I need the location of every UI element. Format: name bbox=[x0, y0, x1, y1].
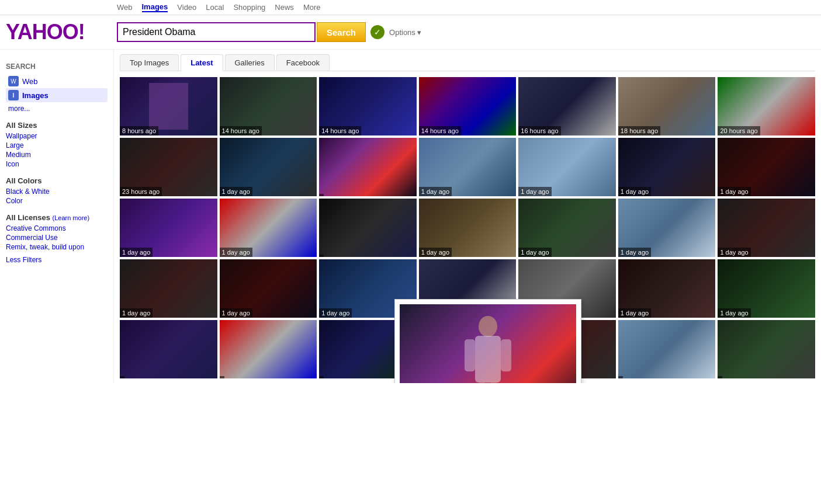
filter-wallpaper[interactable]: Wallpaper bbox=[6, 132, 108, 140]
content: SEARCH W Web I Images more... All Sizes … bbox=[0, 50, 821, 383]
sidebar: SEARCH W Web I Images more... All Sizes … bbox=[0, 50, 114, 383]
image-grid: 8 hours ago 14 hours ago 14 hours ago 14… bbox=[120, 77, 815, 378]
nav-images[interactable]: Images bbox=[142, 2, 168, 12]
sidebar-item-images[interactable]: I Images bbox=[6, 88, 108, 102]
image-item[interactable]: 1 day ago bbox=[518, 199, 616, 257]
image-timestamp: 1 day ago bbox=[419, 248, 452, 257]
image-timestamp: 1 day ago bbox=[618, 187, 651, 196]
image-item[interactable]: 1 day ago bbox=[618, 138, 716, 196]
sidebar-web-label: Web bbox=[22, 77, 38, 86]
image-item[interactable] bbox=[220, 320, 317, 378]
image-timestamp: 14 hours ago bbox=[220, 126, 262, 135]
filter-creative-commons[interactable]: Creative Commons bbox=[6, 224, 108, 232]
search-input[interactable] bbox=[117, 22, 316, 42]
image-item[interactable]: 20 hours ago bbox=[718, 77, 815, 135]
tab-latest[interactable]: Latest bbox=[181, 54, 223, 71]
image-item[interactable]: 1 day ago bbox=[618, 199, 716, 257]
image-item[interactable]: 23 hours ago bbox=[120, 138, 217, 196]
options-link[interactable]: Options ▾ bbox=[389, 28, 421, 37]
web-icon: W bbox=[8, 76, 19, 86]
image-item[interactable] bbox=[618, 320, 716, 378]
image-timestamp bbox=[618, 376, 623, 378]
filter-medium[interactable]: Medium bbox=[6, 151, 108, 159]
image-item[interactable]: 1 day ago bbox=[120, 199, 217, 257]
filter-icon[interactable]: Icon bbox=[6, 160, 108, 168]
image-timestamp bbox=[220, 376, 224, 378]
svg-rect-4 bbox=[477, 383, 487, 383]
search-button[interactable]: Search bbox=[317, 22, 366, 42]
main-content: Top Images Latest Galleries Facebook 8 h… bbox=[114, 50, 821, 383]
image-timestamp: 1 day ago bbox=[718, 187, 750, 196]
filter-remix[interactable]: Remix, tweak, build upon bbox=[6, 243, 108, 251]
image-timestamp: 1 day ago bbox=[718, 308, 750, 318]
color-filter-title: All Colors bbox=[6, 176, 108, 185]
image-timestamp: 23 hours ago bbox=[120, 187, 162, 196]
image-timestamp: 1 day ago bbox=[718, 248, 750, 257]
nav-video[interactable]: Video bbox=[177, 3, 196, 12]
nav-shopping[interactable]: Shopping bbox=[233, 3, 265, 12]
image-item[interactable]: 8 hours ago bbox=[120, 77, 217, 135]
image-item[interactable]: 1 day ago bbox=[618, 259, 716, 318]
filter-title: All Sizes bbox=[6, 121, 108, 130]
image-item[interactable]: 16 hours ago bbox=[518, 77, 616, 135]
image-item[interactable] bbox=[319, 199, 417, 257]
license-filter-title: All Licenses (Learn more) bbox=[6, 213, 108, 222]
image-timestamp: 1 day ago bbox=[319, 308, 352, 318]
image-item[interactable] bbox=[718, 320, 815, 378]
sidebar-item-web[interactable]: W Web bbox=[6, 74, 108, 88]
nav-more[interactable]: More bbox=[303, 3, 321, 12]
safe-search-icon[interactable]: ✓ bbox=[370, 25, 384, 39]
filter-color[interactable]: Color bbox=[6, 197, 108, 205]
filter-bw[interactable]: Black & White bbox=[6, 187, 108, 196]
image-timestamp: 1 day ago bbox=[518, 187, 551, 196]
image-item[interactable]: 14 hours ago bbox=[419, 77, 517, 135]
learn-more-link[interactable]: (Learn more) bbox=[53, 214, 90, 221]
svg-rect-3 bbox=[501, 339, 511, 371]
image-timestamp bbox=[718, 376, 722, 378]
image-timestamp: 1 day ago bbox=[419, 187, 452, 196]
tab-galleries[interactable]: Galleries bbox=[225, 54, 275, 71]
sidebar-more-link[interactable]: more... bbox=[8, 105, 108, 113]
image-item[interactable]: 18 hours ago bbox=[618, 77, 716, 135]
image-timestamp: 20 hours ago bbox=[718, 126, 760, 135]
image-timestamp: 1 day ago bbox=[120, 248, 153, 257]
tab-top-images[interactable]: Top Images bbox=[120, 54, 179, 71]
nav-web[interactable]: Web bbox=[117, 3, 133, 12]
header: YAHOO! Search ✓ Options ▾ bbox=[0, 15, 821, 50]
image-timestamp: 1 day ago bbox=[120, 308, 153, 318]
image-timestamp: 1 day ago bbox=[518, 248, 551, 257]
image-timestamp: 16 hours ago bbox=[518, 126, 560, 135]
image-item[interactable]: 14 hours ago bbox=[220, 77, 317, 135]
image-item[interactable]: 1 day ago bbox=[419, 138, 517, 196]
image-item[interactable] bbox=[120, 320, 217, 378]
less-filters-link[interactable]: Less Filters bbox=[6, 256, 108, 264]
image-timestamp: 1 day ago bbox=[618, 308, 651, 318]
nav-local[interactable]: Local bbox=[206, 3, 224, 12]
image-item[interactable]: 1 day ago bbox=[419, 199, 517, 257]
top-navigation: Web Images Video Local Shopping News Mor… bbox=[0, 0, 821, 15]
image-item[interactable]: 1 day ago bbox=[718, 138, 815, 196]
image-timestamp: 14 hours ago bbox=[419, 126, 461, 135]
tooltip-figure-svg bbox=[459, 310, 517, 383]
tab-facebook[interactable]: Facebook bbox=[276, 54, 330, 71]
image-item[interactable]: 1 day ago bbox=[718, 259, 815, 318]
image-timestamp: 18 hours ago bbox=[618, 126, 660, 135]
svg-rect-2 bbox=[465, 339, 475, 371]
nav-news[interactable]: News bbox=[275, 3, 294, 12]
image-item[interactable]: 14 hours ago bbox=[319, 77, 417, 135]
search-section-title: SEARCH bbox=[6, 62, 108, 71]
filter-commercial-use[interactable]: Commercial Use bbox=[6, 234, 108, 242]
image-item[interactable]: 1 day ago bbox=[718, 199, 815, 257]
image-item[interactable]: 1 day ago bbox=[120, 259, 217, 318]
image-timestamp bbox=[120, 376, 124, 378]
image-item[interactable]: 1 day ago bbox=[220, 199, 317, 257]
image-item[interactable]: 1 day ago bbox=[220, 138, 317, 196]
svg-point-0 bbox=[479, 316, 497, 337]
image-timestamp bbox=[319, 376, 324, 378]
image-timestamp: 1 day ago bbox=[220, 248, 252, 257]
image-item-hovered[interactable] bbox=[319, 138, 417, 196]
image-item[interactable]: 1 day ago bbox=[518, 138, 616, 196]
search-bar: Search ✓ Options ▾ bbox=[117, 22, 815, 42]
filter-large[interactable]: Large bbox=[6, 141, 108, 150]
image-item[interactable]: 1 day ago bbox=[220, 259, 317, 318]
